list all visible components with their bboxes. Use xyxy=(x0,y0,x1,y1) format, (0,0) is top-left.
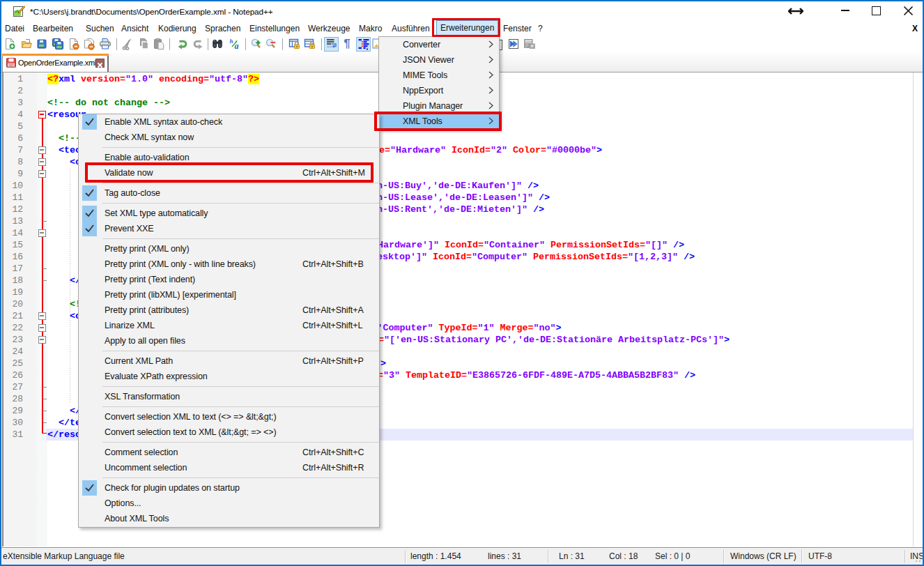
svg-text:h: h xyxy=(229,38,233,45)
